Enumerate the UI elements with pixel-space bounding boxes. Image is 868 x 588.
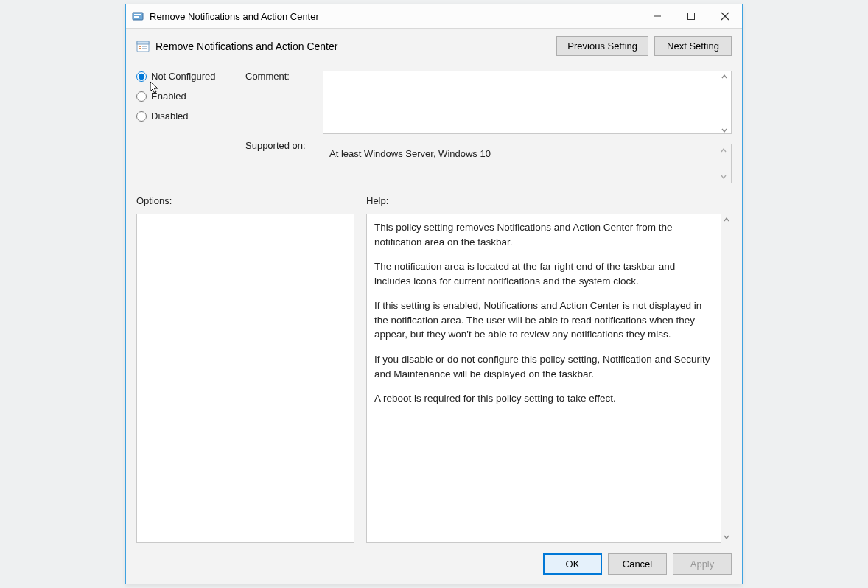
- svg-rect-4: [688, 13, 695, 20]
- state-radios: Not Configured Enabled Disabled: [136, 71, 245, 183]
- supported-on-box: At least Windows Server, Windows 10: [323, 144, 732, 183]
- help-panel: This policy setting removes Notification…: [366, 214, 721, 543]
- chevron-up-icon: [718, 71, 731, 82]
- dialog-window: Remove Notifications and Action Center: [125, 4, 743, 584]
- next-setting-button[interactable]: Next Setting: [654, 36, 732, 56]
- help-paragraph: If you disable or do not configure this …: [374, 352, 713, 381]
- chevron-up-icon: [717, 145, 730, 155]
- radio-enabled-label: Enabled: [151, 91, 186, 102]
- chevron-down-icon: [723, 533, 730, 541]
- comment-label: Comment:: [245, 71, 323, 87]
- supported-label: Supported on:: [245, 140, 323, 156]
- minimize-button[interactable]: [640, 4, 674, 29]
- options-panel: [136, 214, 354, 543]
- footer-buttons: OK Cancel Apply: [136, 553, 732, 575]
- svg-rect-12: [142, 48, 147, 49]
- help-paragraph: If this setting is enabled, Notification…: [374, 298, 713, 342]
- options-label: Options:: [136, 195, 354, 206]
- maximize-button[interactable]: [674, 4, 708, 29]
- radio-disabled-label: Disabled: [151, 111, 189, 122]
- radio-not-configured-input[interactable]: [136, 71, 147, 82]
- radio-not-configured-label: Not Configured: [151, 71, 215, 82]
- config-row: Not Configured Enabled Disabled Comme: [136, 71, 732, 183]
- cancel-button[interactable]: Cancel: [608, 553, 667, 575]
- header-row: Remove Notifications and Action Center P…: [136, 36, 732, 56]
- svg-rect-9: [139, 46, 141, 47]
- previous-setting-button[interactable]: Previous Setting: [556, 36, 648, 56]
- chevron-down-icon: [717, 172, 730, 182]
- policy-title: Remove Notifications and Action Center: [155, 41, 337, 52]
- radio-enabled[interactable]: Enabled: [136, 91, 245, 102]
- chevron-down-icon: [718, 125, 731, 136]
- help-paragraph: A reboot is required for this policy set…: [374, 391, 713, 406]
- svg-rect-8: [137, 41, 149, 44]
- titlebar: Remove Notifications and Action Center: [126, 4, 742, 29]
- help-label: Help:: [366, 195, 388, 206]
- help-paragraph: This policy setting removes Notification…: [374, 220, 713, 249]
- window-title: Remove Notifications and Action Center: [150, 11, 319, 22]
- comment-input[interactable]: [323, 71, 732, 134]
- help-paragraph: The notification area is located at the …: [374, 259, 713, 288]
- help-scroll[interactable]: [721, 214, 732, 543]
- radio-not-configured[interactable]: Not Configured: [136, 71, 245, 82]
- radio-disabled[interactable]: Disabled: [136, 111, 245, 122]
- radio-disabled-input[interactable]: [136, 111, 147, 122]
- svg-rect-10: [139, 48, 141, 49]
- dialog-body: Remove Notifications and Action Center P…: [126, 29, 742, 584]
- app-icon: [132, 10, 144, 22]
- supported-scroll: [717, 145, 730, 182]
- apply-button[interactable]: Apply: [673, 553, 732, 575]
- ok-button[interactable]: OK: [543, 553, 602, 575]
- policy-icon: [136, 40, 150, 53]
- radio-enabled-input[interactable]: [136, 91, 147, 102]
- chevron-up-icon: [723, 216, 730, 223]
- comment-scroll[interactable]: [718, 71, 731, 136]
- svg-rect-1: [134, 14, 141, 15]
- close-button[interactable]: [708, 4, 742, 29]
- svg-rect-11: [142, 46, 147, 47]
- svg-rect-2: [134, 16, 139, 18]
- supported-on-text: At least Windows Server, Windows 10: [329, 148, 491, 159]
